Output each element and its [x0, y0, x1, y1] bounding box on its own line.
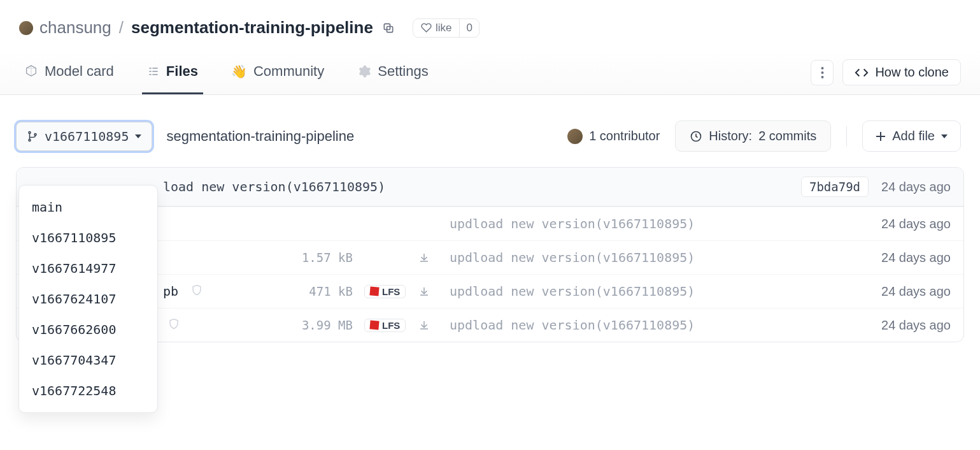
- branch-option[interactable]: main: [19, 192, 157, 222]
- contributors-label: 1 contributor: [589, 129, 660, 143]
- dots-vertical-icon: [821, 67, 824, 78]
- branch-option[interactable]: v1667624107: [19, 284, 157, 314]
- file-time: 24 days ago: [881, 250, 951, 265]
- tab-label: Files: [166, 63, 198, 80]
- lfs-badge: LFS: [364, 285, 406, 298]
- commit-hash[interactable]: 7bda79d: [801, 177, 869, 197]
- file-time: 24 days ago: [881, 318, 951, 333]
- add-file-button[interactable]: Add file: [862, 120, 961, 152]
- chevron-down-icon: [135, 133, 141, 140]
- divider: [846, 126, 847, 147]
- heart-icon: [421, 22, 432, 33]
- plus-icon: [876, 131, 886, 142]
- file-time: 24 days ago: [881, 284, 951, 299]
- copy-icon[interactable]: [382, 22, 395, 34]
- repo-link[interactable]: segmentation-training-pipeline: [131, 18, 373, 38]
- svg-point-8: [821, 67, 823, 69]
- file-toolbar: v1667110895 segmentation-training-pipeli…: [0, 95, 980, 167]
- like-count[interactable]: 0: [460, 19, 478, 37]
- commit-time: 24 days ago: [881, 180, 951, 194]
- tab-label: Settings: [378, 63, 429, 80]
- svg-point-9: [821, 71, 823, 74]
- file-list: load new version(v1667110895) 7bda79d 24…: [16, 167, 964, 342]
- branch-dropdown: main v1667110895 v1667614977 v1667624107…: [18, 185, 158, 342]
- branch-option[interactable]: v1667614977: [19, 253, 157, 284]
- contributor-avatar: [567, 129, 583, 144]
- history-button[interactable]: History: 2 commits: [675, 120, 831, 152]
- history-prefix: History:: [709, 129, 752, 143]
- tab-label: Model card: [45, 63, 114, 80]
- chevron-down-icon: [941, 133, 948, 140]
- download-icon[interactable]: [418, 286, 430, 297]
- download-icon[interactable]: [418, 252, 430, 263]
- file-row: updload new version(v1667110895) 24 days…: [17, 207, 963, 240]
- file-size: 471 kB: [283, 284, 353, 298]
- cube-icon: [24, 64, 38, 78]
- gear-icon: [357, 64, 371, 78]
- file-commit-message[interactable]: updload new version(v1667110895): [450, 216, 870, 231]
- tab-label: Community: [253, 63, 324, 80]
- branch-option[interactable]: v1667110895: [19, 222, 157, 253]
- file-commit-message[interactable]: updload new version(v1667110895): [450, 317, 870, 333]
- repo-header: chansung / segmentation-training-pipelin…: [0, 0, 980, 50]
- file-size: 1.57 kB: [283, 250, 353, 265]
- latest-commit-row: load new version(v1667110895) 7bda79d 24…: [17, 168, 963, 207]
- download-icon[interactable]: [418, 319, 430, 331]
- svg-point-10: [821, 76, 823, 78]
- like-label: like: [436, 22, 452, 34]
- branch-selector[interactable]: v1667110895: [16, 122, 152, 151]
- file-row: 1.57 kB updload new version(v1667110895)…: [17, 240, 963, 274]
- history-icon: [690, 130, 702, 143]
- clone-button[interactable]: How to clone: [842, 59, 961, 85]
- shield-icon: [168, 318, 180, 330]
- file-commit-message[interactable]: updload new version(v1667110895): [450, 250, 870, 265]
- file-row: 3.99 MB LFS updload new version(v1667110…: [17, 308, 963, 342]
- branch-option[interactable]: v1667662600: [19, 314, 157, 342]
- tab-model-card[interactable]: Model card: [19, 50, 119, 94]
- tab-files[interactable]: Files: [142, 50, 203, 94]
- tab-settings[interactable]: Settings: [352, 50, 434, 94]
- owner-avatar[interactable]: [19, 21, 33, 35]
- tab-community[interactable]: 👋 Community: [226, 50, 329, 94]
- slash: /: [119, 18, 124, 38]
- tabs: Model card Files 👋 Community Settings Ho…: [0, 50, 980, 95]
- like-button-action[interactable]: like: [413, 19, 460, 37]
- file-row: pb 471 kB LFS updload new version(v16671…: [17, 274, 963, 308]
- file-commit-message[interactable]: updload new version(v1667110895): [450, 284, 870, 299]
- file-size: 3.99 MB: [283, 318, 353, 332]
- shield-icon: [191, 284, 202, 296]
- like-button: like 0: [413, 18, 479, 38]
- owner-link[interactable]: chansung: [39, 18, 111, 38]
- clone-label: How to clone: [875, 65, 949, 80]
- add-file-label: Add file: [892, 129, 935, 143]
- breadcrumb[interactable]: segmentation-training-pipeline: [166, 128, 354, 145]
- history-count: 2 commits: [758, 129, 816, 143]
- lfs-badge: LFS: [364, 319, 406, 332]
- file-time: 24 days ago: [881, 217, 951, 231]
- git-branch-icon: [27, 131, 38, 142]
- branch-name: v1667110895: [45, 129, 129, 144]
- files-icon: [147, 65, 160, 78]
- more-menu-button[interactable]: [811, 60, 834, 85]
- contributors[interactable]: 1 contributor: [567, 129, 660, 144]
- wave-icon: 👋: [231, 64, 247, 79]
- code-icon: [855, 66, 869, 80]
